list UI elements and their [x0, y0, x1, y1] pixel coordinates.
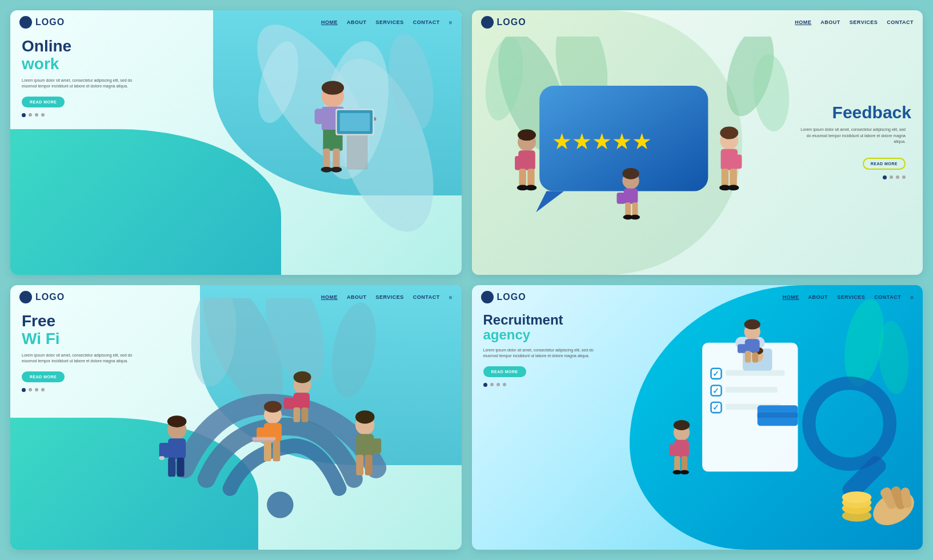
card4-heading-line2: agency: [483, 327, 923, 342]
card1-content: Online work Lorem ipsum dolor sit amet, …: [10, 32, 462, 123]
card4-dot-1: [483, 383, 487, 387]
card3-logo: LOGO: [19, 291, 65, 303]
card4-logo-circle: [481, 291, 494, 303]
grid-container: LOGO HOME ABOUT SERVICES CONTACT ≡ Onlin…: [0, 0, 933, 560]
card3-cta-button[interactable]: READ MORE: [22, 371, 65, 382]
card2-nav-about[interactable]: ABOUT: [820, 19, 840, 25]
card-online-work: LOGO HOME ABOUT SERVICES CONTACT ≡ Onlin…: [10, 10, 462, 275]
card2-cta-button[interactable]: READ MORE: [863, 158, 906, 170]
card2-dot-1: [883, 175, 887, 179]
card3-navbar: LOGO HOME ABOUT SERVICES CONTACT ≡: [10, 285, 462, 307]
card3-logo-circle: [19, 291, 32, 303]
card1-bg-blob-bottom: [10, 129, 281, 275]
card4-logo: LOGO: [481, 291, 526, 303]
card1-nav-links: HOME ABOUT SERVICES CONTACT ≡: [321, 19, 453, 26]
card2-dot-3: [896, 175, 899, 179]
card3-dots: [22, 388, 462, 392]
card2-heading: Feedback: [746, 103, 911, 122]
card3-heading-line2: Wi Fi: [22, 330, 462, 348]
card2-nav-contact[interactable]: CONTACT: [887, 19, 914, 25]
card1-heading-line1: Online: [22, 38, 462, 55]
card1-cta-button[interactable]: READ MORE: [22, 97, 65, 107]
card2-dot-4: [902, 175, 906, 179]
card2-bg-blob: [472, 10, 743, 275]
card3-nav-contact[interactable]: CONTACT: [413, 294, 440, 300]
svg-point-56: [267, 491, 293, 518]
card4-dot-3: [496, 383, 500, 386]
card2-logo-text: LOGO: [497, 17, 526, 27]
card2-logo-circle: [481, 16, 494, 29]
card4-navbar: LOGO HOME ABOUT SERVICES CONTACT ≡: [472, 285, 923, 307]
card1-heading-line2: work: [22, 55, 462, 73]
card3-dot-3: [35, 388, 38, 391]
card3-dot-2: [29, 388, 32, 391]
card1-dot-4: [41, 113, 45, 117]
card4-dots: [483, 383, 923, 387]
card3-nav-about[interactable]: ABOUT: [347, 294, 367, 300]
card3-dot-1: [22, 388, 26, 392]
card4-dot-2: [490, 383, 494, 386]
card1-navbar: LOGO HOME ABOUT SERVICES CONTACT ≡: [10, 10, 462, 32]
card3-hamburger-icon[interactable]: ≡: [449, 294, 453, 301]
card-recruitment: ✓ ✓ ✓: [472, 285, 923, 550]
card1-dots: [22, 113, 462, 117]
card1-dot-2: [29, 113, 32, 117]
card4-dot-4: [503, 383, 506, 386]
card2-nav-services[interactable]: SERVICES: [850, 19, 878, 25]
card1-dot-3: [35, 113, 38, 117]
card3-nav-services[interactable]: SERVICES: [375, 294, 403, 300]
card3-nav-links: HOME ABOUT SERVICES CONTACT ≡: [321, 294, 453, 301]
card2-body-text: Lorem ipsum dolor sit amet, consectetur …: [797, 127, 911, 145]
card3-content: Free Wi Fi Lorem ipsum dolor sit amet, c…: [10, 307, 462, 398]
card4-content: Recruitment agency Lorem ipsum dolor sit…: [472, 307, 923, 393]
card1-logo-text: LOGO: [35, 17, 65, 27]
card3-heading-line1: Free: [22, 313, 462, 330]
card4-logo-text: LOGO: [497, 292, 526, 302]
card1-body-text: Lorem ipsum dolor sit amet, consectetur …: [22, 78, 136, 90]
card4-hamburger-icon[interactable]: ≡: [910, 294, 914, 301]
card2-nav-home[interactable]: HOME: [795, 19, 811, 25]
card1-nav-home[interactable]: HOME: [321, 19, 338, 25]
card4-nav-about[interactable]: ABOUT: [808, 294, 828, 300]
card1-logo: LOGO: [19, 16, 65, 29]
card2-dots: [746, 175, 911, 179]
card2-logo: LOGO: [481, 16, 526, 29]
card1-nav-services[interactable]: SERVICES: [375, 19, 403, 25]
card2-nav-links: HOME ABOUT SERVICES CONTACT: [795, 19, 914, 25]
card1-hamburger-icon[interactable]: ≡: [449, 19, 453, 26]
card3-bg-blob-bottom: [10, 418, 258, 550]
card3-logo-text: LOGO: [35, 292, 65, 302]
card2-dot-2: [890, 175, 893, 179]
card3-nav-home[interactable]: HOME: [321, 294, 338, 300]
card4-nav-home[interactable]: HOME: [782, 294, 799, 300]
card4-heading-line1: Recruitment: [483, 313, 923, 327]
card4-body-text: Lorem ipsum dolor sit amet, consectetur …: [483, 347, 598, 359]
card3-dot-4: [41, 388, 45, 391]
card4-nav-services[interactable]: SERVICES: [837, 294, 865, 300]
card-free-wifi: LOGO HOME ABOUT SERVICES CONTACT ≡ Free …: [10, 285, 462, 550]
card1-logo-circle: [19, 16, 32, 29]
card3-body-text: Lorem ipsum dolor sit amet, consectetur …: [22, 353, 136, 365]
card1-dot-1: [22, 113, 26, 117]
card1-nav-about[interactable]: ABOUT: [347, 19, 367, 25]
card1-nav-contact[interactable]: CONTACT: [413, 19, 440, 25]
card2-content: Feedback Lorem ipsum dolor sit amet, con…: [746, 103, 917, 179]
card2-navbar: LOGO HOME ABOUT SERVICES CONTACT: [472, 10, 923, 32]
card-feedback: ★★★★★: [472, 10, 923, 275]
card4-nav-links: HOME ABOUT SERVICES CONTACT ≡: [782, 294, 914, 301]
card4-nav-contact[interactable]: CONTACT: [874, 294, 901, 300]
card4-cta-button[interactable]: READ MORE: [483, 366, 526, 377]
